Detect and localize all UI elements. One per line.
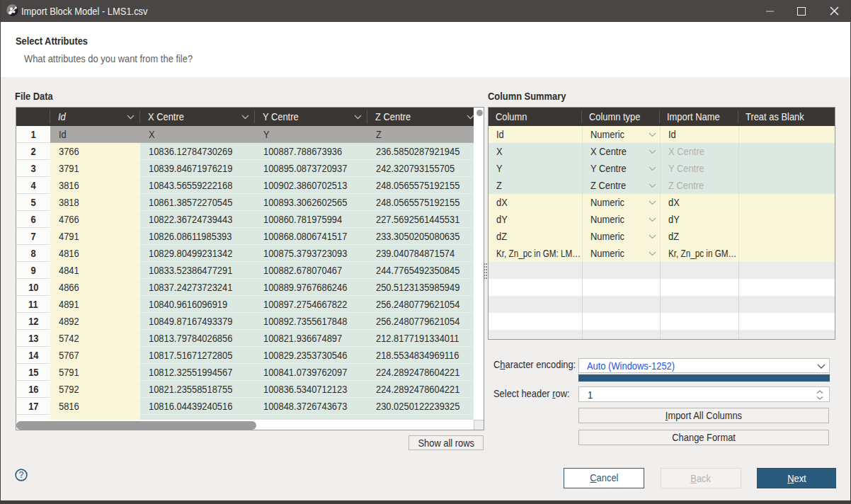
svg-text:?: ? bbox=[19, 470, 24, 480]
